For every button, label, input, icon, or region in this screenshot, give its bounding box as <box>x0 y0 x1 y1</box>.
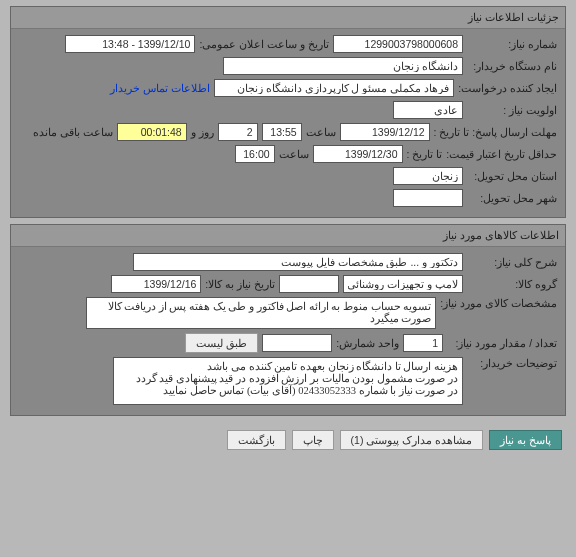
city-label: شهر محل تحویل: <box>467 192 557 204</box>
unit-field[interactable] <box>262 334 332 352</box>
qty-label: تعداد / مقدار مورد نیاز: <box>447 337 557 349</box>
item-date-label: تاریخ نیاز به کالا: <box>205 278 275 290</box>
items-panel: اطلاعات کالاهای مورد نیاز شرح کلی نیاز: … <box>10 224 566 416</box>
remaining-label: ساعت باقی مانده <box>33 126 113 138</box>
action-bar: پاسخ به نیاز مشاهده مدارک پیوستی (1) چاپ… <box>0 422 576 454</box>
valid-label: حداقل تاریخ اعتبار قیمت: <box>446 148 557 160</box>
notes-label: توضیحات خریدار: <box>467 357 557 369</box>
org-label: نام دستگاه خریدار: <box>467 60 557 72</box>
province-field[interactable] <box>393 167 463 185</box>
item-date-field[interactable] <box>111 275 201 293</box>
deadline-label: مهلت ارسال پاسخ: تا تاریخ : <box>434 126 557 138</box>
group-field[interactable] <box>343 275 463 293</box>
spec-label: مشخصات کالای مورد نیاز: <box>440 297 557 309</box>
desc-field[interactable] <box>133 253 463 271</box>
days-field[interactable] <box>218 123 258 141</box>
print-button[interactable]: چاپ <box>292 430 334 450</box>
valid-time[interactable] <box>235 145 275 163</box>
back-button[interactable]: بازگشت <box>227 430 286 450</box>
province-label: استان محل تحویل: <box>467 170 557 182</box>
reply-button[interactable]: پاسخ به نیاز <box>489 430 562 450</box>
priority-field[interactable] <box>393 101 463 119</box>
group-label: گروه کالا: <box>467 278 557 290</box>
pub-field[interactable] <box>65 35 195 53</box>
list-button[interactable]: طبق لیست <box>185 333 258 353</box>
creator-label: ایجاد کننده درخواست: <box>458 82 557 94</box>
panel-header-1: جزئیات اطلاعات نیاز <box>11 7 565 29</box>
creator-field[interactable] <box>214 79 454 97</box>
time-label-2: ساعت <box>279 148 309 160</box>
org-field[interactable] <box>223 57 463 75</box>
contact-link[interactable]: اطلاعات تماس خریدار <box>110 82 210 94</box>
city-field[interactable] <box>393 189 463 207</box>
unit-label: واحد شمارش: <box>336 337 399 349</box>
panel-header-2: اطلاعات کالاهای مورد نیاز <box>11 225 565 247</box>
days-label: روز و <box>191 126 214 138</box>
deadline-time[interactable] <box>262 123 302 141</box>
qty-field[interactable] <box>403 334 443 352</box>
spec-field[interactable] <box>86 297 436 329</box>
remaining-time <box>117 123 187 141</box>
req-no-label: شماره نیاز: <box>467 38 557 50</box>
notes-field[interactable] <box>113 357 463 405</box>
valid-date[interactable] <box>313 145 403 163</box>
priority-label: اولویت نیاز : <box>467 104 557 116</box>
req-no-field[interactable] <box>333 35 463 53</box>
id-field[interactable] <box>279 275 339 293</box>
time-label-1: ساعت <box>306 126 336 138</box>
valid-to: تا تاریخ : <box>407 148 443 160</box>
deadline-date[interactable] <box>340 123 430 141</box>
desc-label: شرح کلی نیاز: <box>467 256 557 268</box>
pub-label: تاریخ و ساعت اعلان عمومی: <box>199 38 329 50</box>
need-details-panel: جزئیات اطلاعات نیاز شماره نیاز: تاریخ و … <box>10 6 566 218</box>
attachments-button[interactable]: مشاهده مدارک پیوستی (1) <box>340 430 484 450</box>
